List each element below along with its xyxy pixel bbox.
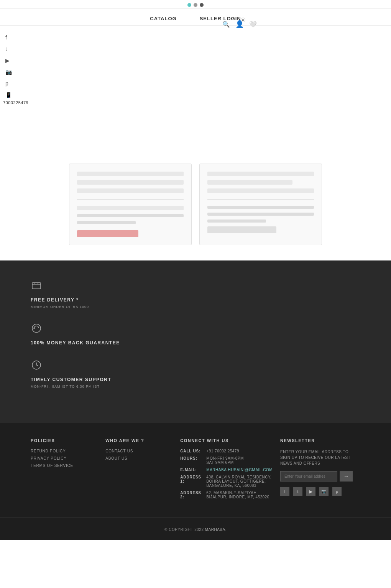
youtube-icon[interactable]: ▶ <box>5 57 12 64</box>
email-label: E-MAIL: <box>180 468 203 472</box>
connect-title: CONNECT WITH US <box>180 438 273 443</box>
social-icons-row: f t ▶ 📷 p <box>280 487 353 496</box>
policies-title: POLICIES <box>31 438 98 443</box>
who-are-we-column: WHO ARE WE ? CONTACT US ABOUT US <box>105 438 180 502</box>
text-line-5 <box>207 219 266 223</box>
nav-bar: CATALOG SELLER LOGIN <box>0 9 391 26</box>
footer-features-list: FREE DELIVERY * MINIMUM ORDER OF RS 1000… <box>31 280 360 388</box>
newsletter-input-row: → <box>280 471 353 482</box>
hours-row: HOURS: MON-FRI 9AM-8PM SAT 9AM-6PM <box>180 456 273 465</box>
free-delivery-feature: FREE DELIVERY * MINIMUM ORDER OF RS 1000 <box>31 280 360 309</box>
input-placeholder-4 <box>77 206 184 210</box>
wishlist-icon[interactable]: 🤍 <box>249 21 257 28</box>
form-left-panel <box>69 164 192 245</box>
clock-icon <box>31 359 360 373</box>
newsletter-column: NEWSLETTER ENTER YOUR EMAIL ADDRESS TO S… <box>280 438 360 502</box>
input-placeholder-1 <box>77 172 184 176</box>
input-placeholder-3 <box>77 188 184 193</box>
input-placeholder-6 <box>207 180 292 185</box>
sidebar-social-icons: f t ▶ 📷 p 📱 <box>0 31 12 102</box>
newsletter-description: ENTER YOUR EMAIL ADDRESS TO SIGN UP TO R… <box>280 449 353 466</box>
phone-number: 7000225479 <box>0 100 28 105</box>
about-us-link[interactable]: ABOUT US <box>105 456 172 460</box>
address2-value: 62, MASAKIN-E-SAIFIYAH, BIJALPUR, INDORE… <box>206 491 273 499</box>
user-account-icon[interactable]: 👤 0 <box>235 20 244 28</box>
email-value[interactable]: MARHABA.HUSAINI@GMAIL.COM <box>206 468 273 472</box>
facebook-icon[interactable]: f <box>5 34 12 41</box>
input-placeholder-2 <box>77 180 184 185</box>
copyright-bar: © COPYRIGHT 2022 MARHABA. <box>0 518 391 540</box>
call-value: +91 70002 25479 <box>206 449 239 453</box>
mobile-icon[interactable]: 📱 <box>5 92 12 98</box>
form-separator-2 <box>207 199 314 200</box>
header-top <box>0 0 391 9</box>
hours-label: HOURS: <box>180 456 203 460</box>
copyright-text: © COPYRIGHT 2022 MARHABA. <box>164 527 227 532</box>
policies-column: POLICIES REFUND POLICY PRIVACY POLICY TE… <box>31 438 105 502</box>
form-right-panel <box>199 164 322 245</box>
svg-rect-0 <box>32 283 41 289</box>
instagram-icon[interactable]: 📷 <box>5 69 12 75</box>
newsletter-email-input[interactable] <box>280 471 337 482</box>
money-back-icon <box>31 323 360 336</box>
search-icon[interactable]: 🔍 <box>222 21 230 28</box>
refund-policy-link[interactable]: REFUND POLICY <box>31 449 98 453</box>
header-icons: 🔍 👤 0 🤍 <box>222 20 257 28</box>
submit-button[interactable] <box>77 230 138 237</box>
address1-label: ADDRESS 1: <box>180 475 203 483</box>
footer-pinterest-icon[interactable]: p <box>332 487 342 496</box>
form-card-area <box>61 164 330 245</box>
header-dots <box>187 3 204 7</box>
free-delivery-subtitle: MINIMUM ORDER OF RS 1000 <box>31 305 360 309</box>
money-back-title: 100% MONEY BACK GUARANTEE <box>31 340 360 346</box>
footer-twitter-icon[interactable]: t <box>293 487 302 496</box>
form-separator <box>77 199 184 200</box>
text-line-3 <box>207 206 314 209</box>
who-are-we-title: WHO ARE WE ? <box>105 438 172 443</box>
user-badge: 0 <box>241 18 245 22</box>
address2-label: ADDRESS 2: <box>180 491 203 499</box>
dot-dark <box>200 3 204 7</box>
copyright-brand-link[interactable]: MARHABA. <box>205 527 227 532</box>
footer-facebook-icon[interactable]: f <box>280 487 289 496</box>
email-row: E-MAIL: MARHABA.HUSAINI@GMAIL.COM <box>180 468 273 472</box>
twitter-icon[interactable]: t <box>5 46 12 52</box>
footer-features-section: FREE DELIVERY * MINIMUM ORDER OF RS 1000… <box>0 260 391 423</box>
newsletter-submit-button[interactable]: → <box>340 471 353 482</box>
customer-support-subtitle: MON-FRI : 9AM IST TO 6:30 PM IST <box>31 385 360 388</box>
call-us-row: CALL US: +91 70002 25479 <box>180 449 273 453</box>
input-placeholder-7 <box>207 188 314 193</box>
address2-row: ADDRESS 2: 62, MASAKIN-E-SAIFIYAH, BIJAL… <box>180 491 273 499</box>
text-line-4 <box>207 213 314 216</box>
text-line-2 <box>77 221 136 224</box>
pinterest-icon[interactable]: p <box>5 80 12 87</box>
address1-row: ADDRESS 1: 408, CALVIN ROYAL RESIDENCY, … <box>180 475 273 488</box>
dot-teal <box>187 3 191 7</box>
customer-support-title: TIMELY CUSTOMER SUPPORT <box>31 377 360 382</box>
customer-support-feature: TIMELY CUSTOMER SUPPORT MON-FRI : 9AM IS… <box>31 359 360 388</box>
secondary-button[interactable] <box>207 226 276 233</box>
privacy-policy-link[interactable]: PRIVACY POLICY <box>31 456 98 460</box>
footer-youtube-icon[interactable]: ▶ <box>306 487 315 496</box>
footer-bottom-section: POLICIES REFUND POLICY PRIVACY POLICY TE… <box>0 423 391 518</box>
newsletter-title: NEWSLETTER <box>280 438 353 443</box>
dot-gray <box>194 3 197 7</box>
money-back-feature: 100% MONEY BACK GUARANTEE <box>31 323 360 346</box>
footer-instagram-icon[interactable]: 📷 <box>319 487 329 496</box>
address1-value: 408, CALVIN ROYAL RESIDENCY, BOHRA LAYOU… <box>206 475 273 488</box>
catalog-nav-link[interactable]: CATALOG <box>150 16 176 21</box>
delivery-icon <box>31 280 360 293</box>
free-delivery-title: FREE DELIVERY * <box>31 297 360 303</box>
connect-column: CONNECT WITH US CALL US: +91 70002 25479… <box>180 438 280 502</box>
input-placeholder-5 <box>207 172 314 176</box>
contact-us-link[interactable]: CONTACT US <box>105 449 172 453</box>
hours-value: MON-FRI 9AM-8PM SAT 9AM-6PM <box>206 456 244 465</box>
terms-of-service-link[interactable]: TERMS OF SERVICE <box>31 464 98 468</box>
call-label: CALL US: <box>180 449 203 453</box>
text-line-1 <box>77 214 184 217</box>
